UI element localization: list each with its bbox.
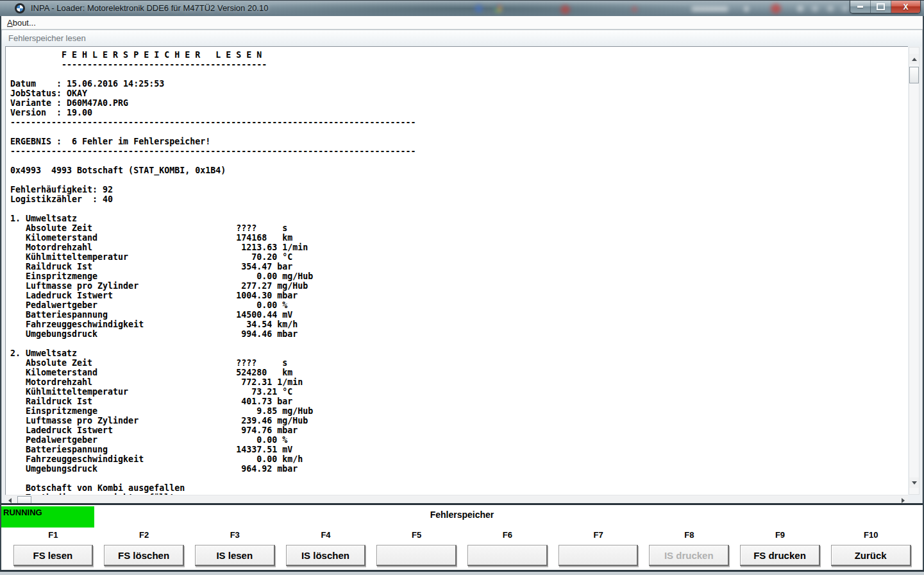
fkey-label-f5: F5	[412, 530, 421, 540]
inpa-window: INPA - Loader: Motorelektronik DDE6 für …	[0, 0, 924, 575]
zurueck-button[interactable]: Zurück	[831, 545, 911, 566]
titlebar-glass-artifact	[475, 4, 483, 13]
titlebar-glass-artifact	[797, 6, 803, 12]
titlebar-glass-artifact	[632, 6, 637, 12]
fkey-label-f2: F2	[139, 530, 149, 540]
panel-caption: Fehlerspeicher lesen	[2, 33, 86, 43]
fs-loeschen-button[interactable]: FS löschen	[104, 545, 184, 566]
status-function-bar: RUNNING Fehlerspeicher F1 F2 F3 F4 F5 F6…	[1, 503, 923, 570]
f6-button	[467, 545, 548, 566]
titlebar-glass-artifact	[560, 5, 570, 14]
titlebar-glass-artifact	[812, 6, 818, 12]
fkey-label-f3: F3	[230, 530, 240, 540]
screen-title: Fehlerspeicher	[1, 510, 923, 520]
vertical-scrollbar[interactable]	[909, 47, 920, 495]
terminal-output: F E H L E R S P E I C H E R L E S E N --…	[6, 47, 908, 495]
scroll-down-button[interactable]	[909, 477, 919, 488]
titlebar-glass-artifact	[771, 4, 781, 13]
fkey-label-f9: F9	[775, 530, 785, 540]
arrow-up-icon	[912, 58, 917, 61]
fkey-label-f10: F10	[864, 530, 878, 540]
is-lesen-button[interactable]: IS lesen	[195, 545, 275, 566]
maximize-button[interactable]	[871, 1, 891, 13]
fkey-label-f7: F7	[593, 530, 603, 540]
fs-drucken-button[interactable]: FS drucken	[740, 545, 820, 566]
fkey-label-f1: F1	[48, 530, 58, 540]
f5-button	[376, 545, 457, 566]
scroll-up-button[interactable]	[909, 54, 919, 64]
minimize-icon	[857, 6, 863, 8]
maximize-icon	[877, 3, 885, 10]
panel-caption-bar: Fehlerspeicher lesen	[2, 30, 922, 46]
menu-about[interactable]: About...	[1, 18, 42, 28]
close-button[interactable]: X	[891, 1, 920, 13]
f7-button	[559, 545, 639, 566]
titlebar-glass-artifact	[494, 4, 502, 13]
is-loeschen-button[interactable]: IS löschen	[286, 545, 366, 566]
terminal-viewport: F E H L E R S P E I C H E R L E S E N --…	[5, 46, 908, 495]
window-controls: X	[850, 1, 921, 13]
fault-memory-panel: Fehlerspeicher lesen F E H L E R S P E I…	[1, 30, 923, 505]
menu-bar: About...	[1, 16, 923, 30]
titlebar: INPA - Loader: Motorelektronik DDE6 für …	[0, 0, 924, 16]
window-title: INPA - Loader: Motorelektronik DDE6 für …	[31, 3, 268, 13]
close-icon: X	[903, 3, 908, 11]
window-border-left	[0, 16, 1, 575]
titlebar-glass-artifact	[842, 6, 848, 12]
fs-lesen-button[interactable]: FS lesen	[13, 545, 94, 566]
titlebar-glass-artifact	[691, 6, 728, 12]
titlebar-glass-artifact	[827, 6, 834, 12]
arrow-left-icon	[8, 498, 12, 503]
arrow-right-icon	[902, 498, 905, 503]
minimize-button[interactable]	[850, 1, 871, 13]
window-border-bottom	[0, 570, 924, 575]
menu-about-label: bout...	[13, 18, 36, 28]
titlebar-glass-artifact	[744, 6, 749, 12]
fkey-label-f8: F8	[684, 530, 694, 540]
fkey-label-f6: F6	[503, 530, 512, 540]
menu-about-accelerator: A	[7, 18, 13, 28]
function-key-labels: F1 F2 F3 F4 F5 F6 F7 F8 F9 F10	[1, 530, 923, 540]
bmw-logo-icon	[15, 3, 25, 13]
is-drucken-button: IS drucken	[649, 545, 729, 566]
fkey-label-f4: F4	[321, 530, 330, 540]
arrow-down-icon	[912, 481, 917, 485]
vertical-scrollbar-thumb[interactable]	[909, 67, 919, 83]
function-key-buttons: FS lesen FS löschen IS lesen IS löschen …	[1, 545, 923, 566]
